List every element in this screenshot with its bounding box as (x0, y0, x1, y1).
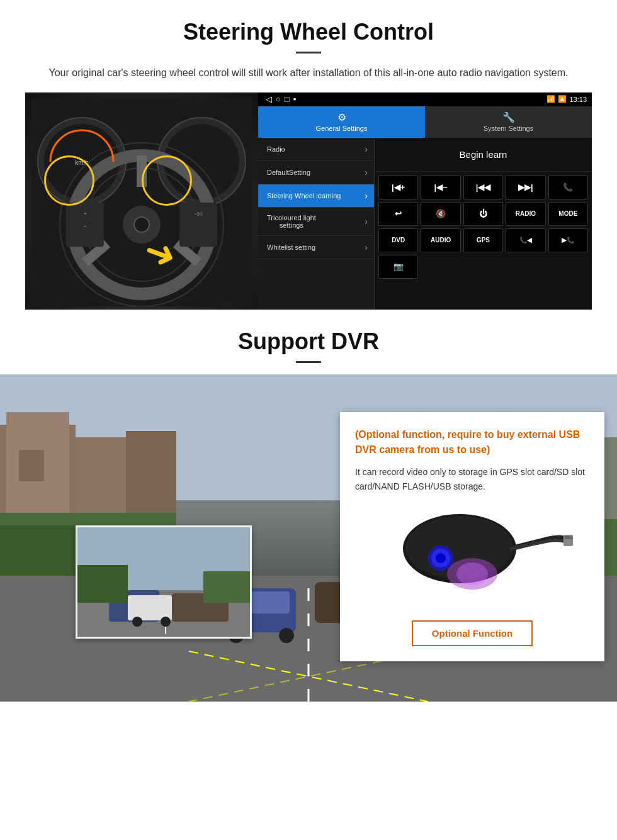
prev-btn[interactable]: |◀◀ (463, 176, 503, 199)
svg-text:−: − (84, 223, 87, 229)
steering-title: Steering Wheel Control (25, 19, 592, 45)
menu-item-defaultsetting[interactable]: DefaultSetting › (258, 161, 374, 184)
nav-buttons: ◁ ○ □ ▪ (266, 94, 296, 104)
tab-general-label: General Settings (316, 125, 368, 132)
svg-point-50 (161, 617, 171, 627)
dvr-description-text: It can record video only to storage in G… (355, 465, 589, 495)
next-btn[interactable]: ▶▶| (506, 176, 545, 199)
begin-learn-button[interactable]: Begin learn (447, 144, 520, 165)
tab-general-settings[interactable]: ⚙ General Settings (258, 106, 425, 138)
phone-btn[interactable]: 📞 (548, 176, 588, 199)
thumbnail-svg (77, 527, 252, 639)
svg-rect-16 (179, 203, 217, 247)
home-nav-icon[interactable]: ○ (276, 94, 281, 104)
title-divider (296, 52, 321, 53)
svg-text:+: + (84, 211, 87, 216)
optional-function-container: Optional Function (355, 615, 589, 646)
dvr-thumbnail-image (76, 525, 252, 639)
svg-text:◁◁: ◁◁ (195, 211, 203, 216)
tab-system-settings[interactable]: 🔧 System Settings (425, 106, 592, 138)
settings-tabs: ⚙ General Settings 🔧 System Settings (258, 106, 592, 138)
svg-point-18 (134, 217, 149, 232)
menu-item-steering-learning[interactable]: Steering Wheel learning › (258, 184, 374, 208)
svg-point-49 (132, 617, 142, 627)
optional-function-button[interactable]: Optional Function (412, 620, 533, 646)
chevron-right-icon: › (365, 144, 368, 154)
menu-item-tricoloured[interactable]: Tricoloured lightsettings › (258, 208, 374, 236)
menu-nav-icon[interactable]: ▪ (293, 94, 297, 104)
svg-point-37 (279, 628, 294, 643)
svg-point-55 (436, 553, 446, 563)
svg-rect-46 (77, 565, 128, 603)
control-buttons-grid: |◀+ |◀− |◀◀ ▶▶| 📞 ↩ 🔇 ⏻ RADIO MODE DVD A… (375, 172, 592, 283)
mute-btn[interactable]: 🔇 (421, 202, 460, 226)
menu-item-whitelist[interactable]: Whitelist setting › (258, 236, 374, 259)
clock: 13:13 (569, 96, 587, 103)
dvr-title-area: Support DVR (0, 310, 617, 363)
learning-panel: Begin learn |◀+ |◀− |◀◀ ▶▶| 📞 ↩ 🔇 ⏻ RADI… (375, 138, 592, 310)
system-icon: 🔧 (502, 111, 515, 123)
dvr-divider (296, 361, 321, 363)
android-panel: ◁ ○ □ ▪ 📶 🔼 13:13 ⚙ General Settings (258, 92, 592, 310)
steering-subtitle: Your original car's steering wheel contr… (38, 65, 579, 81)
svg-rect-59 (565, 536, 572, 539)
dvr-section: Support DVR (0, 310, 617, 788)
vol-down-btn[interactable]: |◀− (421, 176, 460, 199)
chevron-right-icon: › (365, 167, 368, 177)
chevron-right-icon: › (365, 242, 368, 252)
mode-btn[interactable]: MODE (548, 202, 588, 226)
svg-rect-48 (128, 595, 172, 620)
audio-btn[interactable]: AUDIO (421, 228, 460, 252)
photo-bg: km/h + − (25, 92, 258, 310)
optional-highlight-text: (Optional function, require to buy exter… (355, 427, 589, 457)
vol-up-btn[interactable]: |◀+ (378, 176, 418, 199)
svg-point-57 (456, 563, 488, 585)
steering-photo: km/h + − (25, 92, 258, 310)
power-btn[interactable]: ⏻ (463, 202, 503, 226)
next-phone-btn[interactable]: ▶📞 (548, 228, 588, 252)
settings-menu: Radio › DefaultSetting › Steering Wheel … (258, 138, 375, 310)
signal-icon: 📶 (546, 95, 555, 103)
wifi-icon: 🔼 (558, 95, 567, 103)
dvd-btn[interactable]: DVD (378, 228, 418, 252)
steering-section: Steering Wheel Control Your original car… (0, 0, 617, 310)
radio-btn[interactable]: RADIO (506, 202, 545, 226)
camera-btn[interactable]: 📷 (378, 255, 418, 279)
recents-nav-icon[interactable]: □ (285, 94, 290, 104)
back-nav-icon[interactable]: ◁ (266, 94, 272, 104)
dvr-camera-illustration (371, 505, 573, 605)
highlight-circle-right (142, 155, 192, 206)
chevron-right-icon: › (365, 216, 368, 227)
menu-area: Radio › DefaultSetting › Steering Wheel … (258, 138, 592, 310)
svg-rect-22 (19, 450, 44, 481)
tab-system-label: System Settings (484, 125, 533, 132)
dvr-info-card: (Optional function, require to buy exter… (340, 412, 604, 662)
road-scene: (Optional function, require to buy exter… (0, 374, 617, 702)
dvr-title: Support DVR (25, 328, 592, 355)
gps-btn[interactable]: GPS (463, 228, 503, 252)
camera-svg (371, 505, 573, 605)
gear-icon: ⚙ (337, 111, 346, 123)
menu-item-radio[interactable]: Radio › (258, 138, 374, 161)
phone-prev-btn[interactable]: 📞◀ (506, 228, 545, 252)
begin-learn-row: Begin learn (375, 138, 592, 172)
status-bar: ◁ ○ □ ▪ 📶 🔼 13:13 (258, 92, 592, 106)
thumbnail-road-scene (77, 527, 250, 637)
hang-up-btn[interactable]: ↩ (378, 202, 418, 226)
highlight-circle-left (44, 155, 94, 206)
svg-rect-47 (203, 571, 252, 603)
chevron-right-icon: › (365, 191, 368, 201)
steering-content-area: km/h + − (25, 92, 592, 310)
status-indicators: 📶 🔼 13:13 (546, 95, 587, 103)
dvr-background-photo: (Optional function, require to buy exter… (0, 374, 617, 702)
